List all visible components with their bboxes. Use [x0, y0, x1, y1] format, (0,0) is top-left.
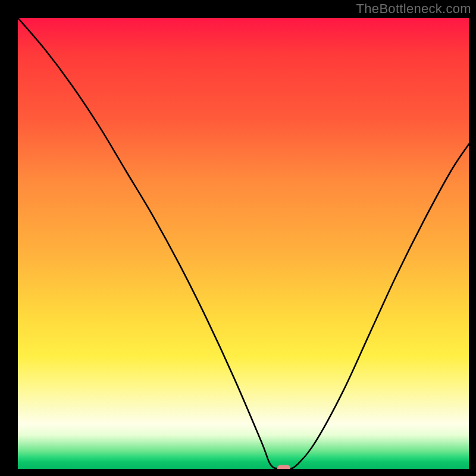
plot-area — [18, 18, 469, 469]
watermark-text: TheBottleneck.com — [356, 1, 471, 17]
bottleneck-curve — [18, 18, 469, 469]
chart-stage: TheBottleneck.com — [0, 0, 476, 476]
curve-path — [18, 18, 469, 469]
minimum-marker — [277, 465, 290, 469]
